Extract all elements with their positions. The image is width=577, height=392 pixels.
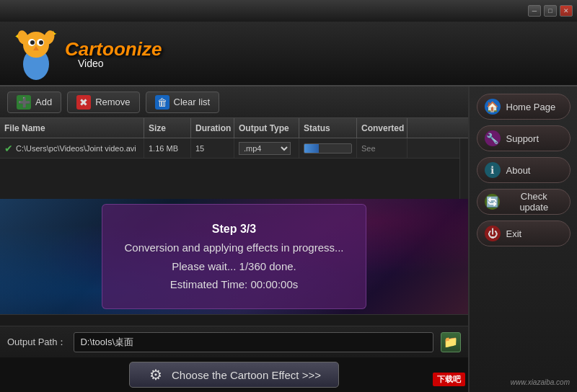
output-type-select[interactable]: .mp4 .avi .mov <box>239 142 291 155</box>
sidebar-item-home[interactable]: 🏠 Home Page <box>477 94 571 120</box>
table-row[interactable]: ✔ C:\Users\pc\Videos\Joint video.avi 1.1… <box>0 138 459 159</box>
about-icon: ℹ <box>485 162 501 178</box>
cell-filename: ✔ C:\Users\pc\Videos\Joint video.avi <box>0 138 144 158</box>
logo-text: Cartoonize Video <box>65 38 162 69</box>
vertical-scrollbar[interactable] <box>459 138 468 199</box>
logo: ✦ ✦ Cartoonize Video <box>7 24 162 82</box>
sidebar-item-update[interactable]: 🔄 Check update <box>477 189 571 215</box>
output-path-bar: Output Path： 📁 <box>0 326 468 357</box>
cell-output[interactable]: .mp4 .avi .mov <box>234 138 299 158</box>
support-icon: 🔧 <box>485 130 501 146</box>
choose-effect-button[interactable]: ⚙ Choose the Cartoon Effect >>> <box>129 362 339 388</box>
sidebar-item-exit[interactable]: ⏻ Exit <box>477 220 571 246</box>
cell-size: 1.16 MB <box>144 138 191 158</box>
mascot-icon: ✦ ✦ <box>7 24 65 82</box>
add-button[interactable]: ➕ Add <box>7 92 61 113</box>
cell-converted[interactable]: See <box>357 138 408 158</box>
file-list-container: File Name Size Duration Output Type Stat… <box>0 118 468 326</box>
col-header-filename: File Name <box>0 118 144 138</box>
file-area: ✔ C:\Users\pc\Videos\Joint video.avi 1.1… <box>0 138 468 199</box>
main-content: ➕ Add ✖ Remove 🗑 Clear list File Name Si… <box>0 86 577 392</box>
progress-step: Step 3/3 <box>124 219 343 239</box>
progress-area: Step 3/3 Conversion and applying effects… <box>0 199 468 314</box>
col-header-size: Size <box>144 118 191 138</box>
download-badge: 下载吧 <box>433 373 465 386</box>
progress-content: Step 3/3 Conversion and applying effects… <box>124 219 343 294</box>
col-header-output: Output Type <box>234 118 299 138</box>
remove-icon: ✖ <box>76 95 91 110</box>
title-bar: ─ □ ✕ <box>0 0 577 22</box>
sidebar-item-about[interactable]: ℹ About <box>477 157 571 183</box>
col-header-status: Status <box>299 118 357 138</box>
svg-point-5 <box>39 40 43 45</box>
col-header-converted: Converted <box>357 118 408 138</box>
remove-button[interactable]: ✖ Remove <box>67 92 139 113</box>
gear-icon: ⚙ <box>147 366 164 383</box>
right-sidebar: 🏠 Home Page 🔧 Support ℹ About 🔄 Check up… <box>469 86 577 392</box>
output-path-input[interactable] <box>74 332 433 352</box>
left-panel: ➕ Add ✖ Remove 🗑 Clear list File Name Si… <box>0 86 469 392</box>
effect-bar: ⚙ Choose the Cartoon Effect >>> <box>0 357 468 392</box>
file-rows: ✔ C:\Users\pc\Videos\Joint video.avi 1.1… <box>0 138 459 199</box>
progress-line3: Estimated Time: 00:00:00s <box>124 275 343 294</box>
cell-duration: 15 <box>191 138 234 158</box>
col-header-duration: Duration <box>191 118 234 138</box>
maximize-button[interactable]: □ <box>544 5 557 17</box>
toolbar: ➕ Add ✖ Remove 🗑 Clear list <box>0 86 468 118</box>
progress-line2: Please wait... 1/360 done. <box>124 257 343 276</box>
minimize-button[interactable]: ─ <box>528 5 541 17</box>
sidebar-item-support[interactable]: 🔧 Support <box>477 125 571 151</box>
clear-icon: 🗑 <box>155 95 169 110</box>
check-icon: ✔ <box>4 143 13 154</box>
folder-icon: 📁 <box>444 335 458 349</box>
add-icon: ➕ <box>17 95 31 110</box>
cell-status <box>299 138 357 158</box>
close-button[interactable]: ✕ <box>560 5 573 17</box>
svg-point-4 <box>30 40 35 45</box>
file-list-header: File Name Size Duration Output Type Stat… <box>0 118 468 138</box>
home-icon: 🏠 <box>485 99 501 115</box>
progress-line1: Conversion and applying effects in progr… <box>124 239 343 257</box>
output-path-label: Output Path： <box>7 336 66 349</box>
header: ✦ ✦ Cartoonize Video <box>0 22 577 86</box>
browse-folder-button[interactable]: 📁 <box>441 332 461 352</box>
see-button[interactable]: See <box>361 144 376 153</box>
watermark: www.xiazaiba.com <box>511 378 570 386</box>
progress-box: Step 3/3 Conversion and applying effects… <box>102 204 366 309</box>
horizontal-scroll[interactable] <box>0 314 468 326</box>
update-icon: 🔄 <box>485 194 501 210</box>
exit-icon: ⏻ <box>485 226 501 241</box>
clear-list-button[interactable]: 🗑 Clear list <box>146 92 220 113</box>
